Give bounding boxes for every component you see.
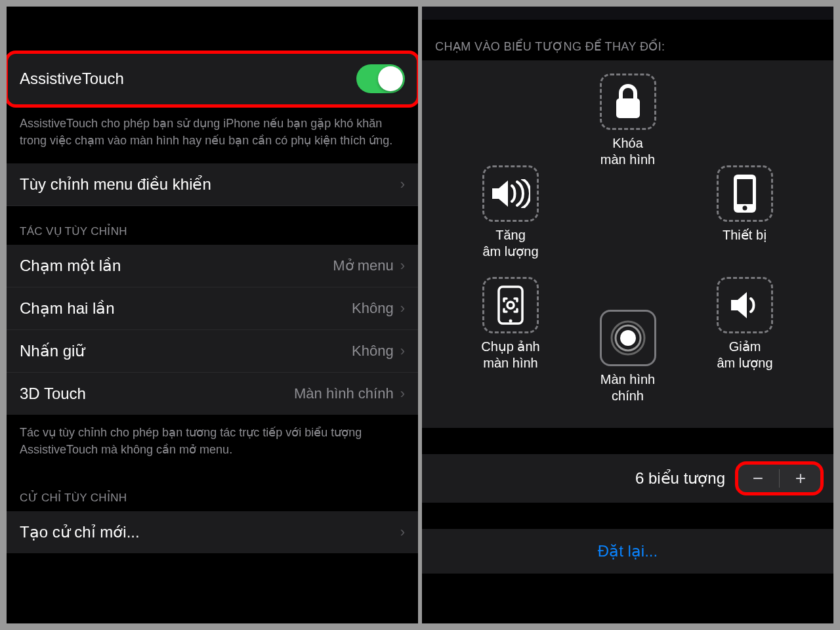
assistivetouch-label: AssistiveTouch (20, 70, 124, 88)
row-value: Màn hình chính (294, 385, 394, 402)
row-label: Nhấn giữ (20, 342, 85, 360)
slot-label: Tăngâm lượng (468, 227, 553, 260)
svg-rect-0 (616, 98, 640, 118)
screenshot-icon (496, 284, 525, 326)
svg-point-9 (620, 330, 636, 346)
long-press-row[interactable]: Nhấn giữ Không › (7, 330, 418, 373)
assistivetouch-toggle[interactable] (356, 64, 405, 93)
slot-volume-up[interactable]: Tăngâm lượng (468, 165, 553, 260)
slot-device[interactable]: Thiết bị (702, 165, 788, 243)
icon-grid: Khóamàn hình Tăngâm lượng (422, 60, 833, 428)
assistivetouch-description: AssistiveTouch cho phép bạn sử dụng iPho… (7, 106, 418, 163)
spacer (7, 7, 418, 52)
svg-point-3 (743, 206, 747, 211)
icon-count-stepper: − + (737, 463, 822, 494)
row-value: Không (352, 300, 394, 317)
slot-label: Giảmâm lượng (702, 339, 788, 371)
svg-rect-4 (499, 287, 522, 324)
slot-label: Chụp ảnhmàn hình (468, 339, 553, 371)
status-bar-area (422, 7, 833, 20)
reset-link[interactable]: Đặt lại... (598, 542, 658, 560)
slot-label: Màn hình chính (585, 371, 671, 404)
row-value: Không (352, 343, 394, 360)
toggle-knob (378, 66, 403, 91)
chevron-right-icon: › (400, 176, 405, 193)
custom-actions-group: Chạm một lần Mở menu › Chạm hai lần Khôn… (7, 245, 418, 415)
slot-volume-down[interactable]: Giảmâm lượng (702, 277, 788, 371)
svg-point-5 (509, 320, 513, 323)
double-tap-row[interactable]: Chạm hai lần Không › (7, 287, 418, 330)
custom-actions-description: Tác vụ tùy chỉnh cho phép bạn tương tác … (7, 415, 418, 472)
chevron-right-icon: › (400, 385, 405, 402)
slot-label: Khóamàn hình (585, 135, 671, 168)
chevron-right-icon: › (400, 300, 405, 317)
svg-rect-2 (737, 179, 753, 204)
custom-actions-header: TÁC VỤ TÙY CHỈNH (7, 206, 418, 245)
custom-gesture-header: CỬ CHỈ TÙY CHỈNH (7, 472, 418, 511)
device-icon (732, 173, 758, 215)
volume-up-icon (491, 179, 530, 208)
row-label: 3D Touch (20, 385, 86, 403)
customize-menu-label: Tùy chỉnh menu điều khiển (20, 175, 211, 194)
customize-menu-panel: CHẠM VÀO BIỂU TƯỢNG ĐỂ THAY ĐỔI: Khóamàn… (422, 7, 833, 623)
row-value: Mở menu (333, 257, 393, 274)
home-button-icon (610, 320, 646, 356)
single-tap-row[interactable]: Chạm một lần Mở menu › (7, 245, 418, 287)
chevron-right-icon: › (400, 524, 405, 541)
chevron-right-icon: › (400, 257, 405, 274)
reset-row[interactable]: Đặt lại... (422, 529, 833, 574)
3d-touch-row[interactable]: 3D Touch Màn hình chính › (7, 373, 418, 415)
create-gesture-row[interactable]: Tạo cử chỉ mới... › (7, 511, 418, 553)
svg-point-6 (507, 302, 514, 308)
panel-instruction-header: CHẠM VÀO BIỂU TƯỢNG ĐỂ THAY ĐỔI: (422, 20, 833, 60)
icon-count-row: 6 biểu tượng − + (422, 454, 833, 503)
settings-left-panel: AssistiveTouch AssistiveTouch cho phép b… (7, 7, 418, 623)
slot-home[interactable]: Màn hình chính (585, 310, 671, 404)
volume-down-icon (728, 291, 761, 320)
chevron-right-icon: › (400, 343, 405, 360)
slot-screenshot[interactable]: Chụp ảnhmàn hình (468, 277, 553, 371)
row-label: Chạm hai lần (20, 299, 115, 318)
assistivetouch-toggle-row[interactable]: AssistiveTouch (7, 52, 418, 106)
decrement-button[interactable]: − (737, 463, 779, 494)
row-label: Chạm một lần (20, 257, 121, 275)
create-gesture-label: Tạo cử chỉ mới... (20, 523, 140, 541)
slot-lock-screen[interactable]: Khóamàn hình (585, 74, 671, 168)
icon-count-label: 6 biểu tượng (635, 469, 725, 488)
slot-label: Thiết bị (702, 227, 788, 243)
customize-menu-row[interactable]: Tùy chỉnh menu điều khiển › (7, 163, 418, 206)
lock-icon (614, 84, 642, 119)
increment-button[interactable]: + (780, 463, 822, 494)
